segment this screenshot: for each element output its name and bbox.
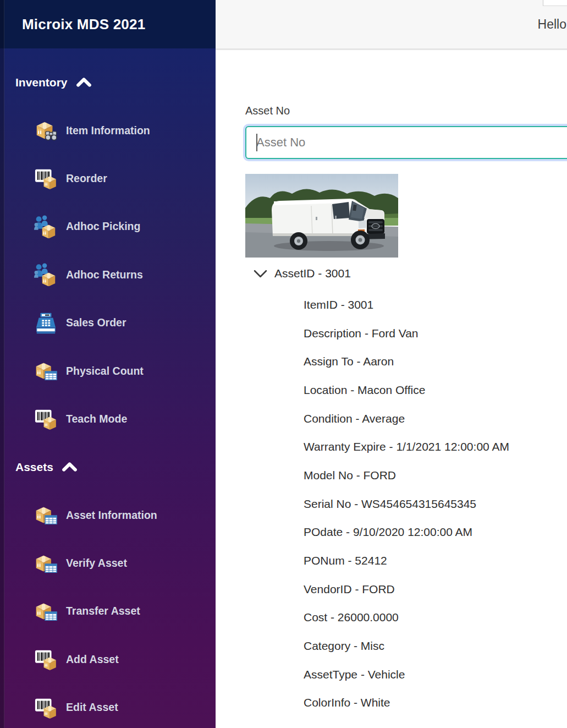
asset-detail-row: PONum - 52412 xyxy=(304,546,567,575)
sidebar-item-adhoc-picking[interactable]: Adhoc Picking xyxy=(0,202,216,250)
sidebar-item-physical-count[interactable]: Physical Count xyxy=(0,347,216,395)
asset-detail-row: AssetType - Vehicle xyxy=(304,660,567,689)
asset-detail-row: Category - Misc xyxy=(304,632,567,660)
sidebar-item-label: Verify Asset xyxy=(66,557,127,570)
box-checklist-icon xyxy=(34,503,57,527)
barcode-box-icon xyxy=(34,407,57,430)
box-checklist-icon xyxy=(34,359,57,382)
asset-details-list: ItemID - 3001Description - Ford VanAssig… xyxy=(304,291,567,717)
chevron-up-icon xyxy=(61,461,78,473)
app-title: Microix MDS 2021 xyxy=(22,16,145,33)
box-binoculars-icon xyxy=(34,119,57,142)
barcode-box-icon xyxy=(34,167,57,190)
sidebar-item-label: Edit Asset xyxy=(66,701,118,714)
topbar: Hello xyxy=(216,0,567,50)
sidebar-item-label: Asset Information xyxy=(66,509,157,522)
sidebar-item-transfer-asset[interactable]: Transfer Asset xyxy=(0,587,216,635)
sidebar-item-label: Item Information xyxy=(66,124,150,137)
sidebar-item-label: Add Asset xyxy=(66,653,119,666)
people-box-icon xyxy=(34,263,57,286)
asset-photo xyxy=(245,174,398,258)
box-checklist-icon xyxy=(34,600,57,623)
sidebar-item-label: Physical Count xyxy=(66,365,144,377)
sidebar-item-item-information[interactable]: Item Information xyxy=(0,106,216,154)
asset-detail-row: ColorInfo - White xyxy=(304,689,567,718)
sidebar-item-add-asset[interactable]: Add Asset xyxy=(0,636,216,683)
chevron-down-icon xyxy=(254,270,267,278)
barcode-box-icon xyxy=(34,696,57,719)
section-label: Assets xyxy=(15,461,53,474)
sidebar-nav: InventoryItem InformationReorderAdhoc Pi… xyxy=(0,48,216,728)
sidebar-item-label: Transfer Asset xyxy=(66,605,140,617)
cash-register-icon xyxy=(34,311,57,335)
window-left-edge xyxy=(0,0,4,728)
asset-id-text: AssetID - 3001 xyxy=(274,267,351,280)
asset-detail-row: Description - Ford Van xyxy=(304,319,567,348)
sidebar-item-label: Reorder xyxy=(66,172,107,185)
corner-notch xyxy=(543,0,567,6)
sidebar-item-asset-information[interactable]: Asset Information xyxy=(0,491,216,539)
chevron-up-icon xyxy=(75,76,92,89)
sidebar-item-label: Teach Mode xyxy=(66,413,127,425)
sidebar-item-edit-asset[interactable]: Edit Asset xyxy=(0,683,216,728)
sidebar-section-assets[interactable]: Assets xyxy=(0,443,216,491)
sidebar-item-verify-asset[interactable]: Verify Asset xyxy=(0,539,216,587)
sidebar-section-inventory[interactable]: Inventory xyxy=(0,58,216,106)
asset-detail-row: VendorID - FORD xyxy=(304,575,567,604)
sidebar-item-label: Sales Order xyxy=(66,316,126,329)
asset-no-input-wrap xyxy=(245,126,567,159)
asset-detail-row: POdate - 9/10/2020 12:00:00 AM xyxy=(304,518,567,547)
user-greeting: Hello xyxy=(538,17,566,32)
asset-detail-row: Assign To - Aaron xyxy=(304,347,567,376)
asset-detail-row: ItemID - 3001 xyxy=(304,291,567,319)
sidebar: Microix MDS 2021 InventoryItem Informati… xyxy=(0,0,216,728)
sidebar-item-teach-mode[interactable]: Teach Mode xyxy=(0,395,216,443)
main-area: Hello Asset No xyxy=(216,0,567,728)
asset-detail-row: Model No - FORD xyxy=(304,461,567,490)
app-header: Microix MDS 2021 xyxy=(0,0,216,48)
asset-no-label: Asset No xyxy=(245,105,567,117)
section-label: Inventory xyxy=(15,76,68,89)
asset-tree-header[interactable]: AssetID - 3001 xyxy=(254,262,567,284)
sidebar-item-adhoc-returns[interactable]: Adhoc Returns xyxy=(0,251,216,299)
people-box-icon xyxy=(34,215,57,238)
sidebar-item-reorder[interactable]: Reorder xyxy=(0,155,216,202)
box-checklist-icon xyxy=(34,552,57,575)
asset-detail-row: Serial No - WS454654315645345 xyxy=(304,490,567,518)
asset-lookup-content: Asset No xyxy=(216,105,567,717)
asset-detail-row: Location - Macon Office xyxy=(304,376,567,404)
sidebar-item-sales-order[interactable]: Sales Order xyxy=(0,299,216,347)
asset-no-input[interactable] xyxy=(245,126,567,159)
asset-detail-row: Cost - 26000.0000 xyxy=(304,604,567,632)
white-van-illustration xyxy=(245,174,398,258)
sidebar-item-label: Adhoc Picking xyxy=(66,220,140,233)
asset-detail-row: Condition - Average xyxy=(304,404,567,433)
sidebar-item-label: Adhoc Returns xyxy=(66,269,143,281)
asset-detail-row: Warranty Expire - 1/1/2021 12:00:00 AM xyxy=(304,433,567,461)
barcode-box-icon xyxy=(34,648,57,671)
